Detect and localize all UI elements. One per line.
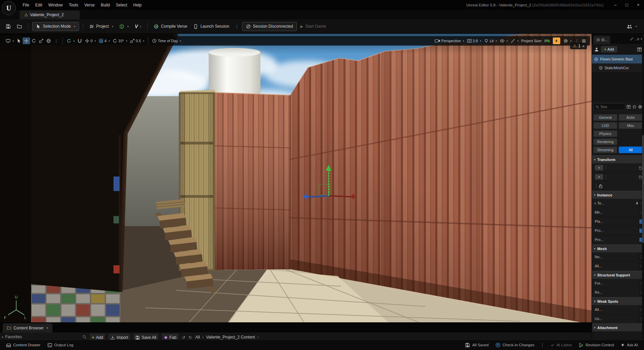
- session-options-menu[interactable]: ⋮: [233, 24, 241, 29]
- outliner-settings-icon[interactable]: [637, 47, 642, 52]
- close-button[interactable]: ×: [633, 0, 644, 10]
- scale-snap-dropdown[interactable]: 0.5▾: [129, 37, 146, 44]
- cb-save-all-button[interactable]: Save All: [133, 333, 158, 340]
- outliner-add-button[interactable]: +Add: [601, 46, 617, 52]
- project-size-indicator[interactable]: Project Size:0%: [520, 38, 551, 44]
- checkin-changes-button[interactable]: Check-in Changes: [493, 341, 537, 349]
- history-forward-icon[interactable]: ↻: [189, 333, 192, 340]
- viewport-warning-badge[interactable]: ⚠ 1 ◀: [570, 43, 587, 49]
- verse-button[interactable]: V⟩: [132, 22, 144, 31]
- browse-content-button[interactable]: [15, 22, 24, 31]
- location-dropdown[interactable]: ▾: [595, 165, 603, 171]
- transform-tools-menu[interactable]: ⋮: [52, 38, 60, 44]
- favorites-star-icon[interactable]: [632, 105, 637, 109]
- favorites-tree-item[interactable]: ▸ Favorites: [2, 333, 86, 339]
- select-tool-button[interactable]: [15, 37, 23, 44]
- rotation-field[interactable]: [604, 174, 608, 180]
- scale-field[interactable]: [595, 183, 598, 189]
- tab-valiente-project-2[interactable]: ⚠ Valiente_Project_2: [20, 10, 80, 19]
- ask-ai-button[interactable]: Ask AI: [618, 342, 641, 348]
- section-instance[interactable]: ▾Instance: [592, 191, 644, 199]
- source-control-menu[interactable]: ⋮: [539, 343, 546, 348]
- section-structural-support[interactable]: ▾Structural Support: [592, 271, 644, 279]
- filter-actor[interactable]: Actor: [619, 114, 643, 121]
- filter-all[interactable]: All: [619, 146, 643, 153]
- location-field[interactable]: [604, 165, 608, 171]
- revision-control-button[interactable]: Revision Control: [576, 341, 617, 349]
- scrollbar-thumb[interactable]: [642, 135, 644, 243]
- rotation-snap-dropdown[interactable]: 10°▾: [111, 37, 129, 44]
- outliner-item-floors-generic[interactable]: Floors Generic Basi: [592, 55, 644, 63]
- breadcrumb-root[interactable]: All: [196, 335, 200, 340]
- world-space-toggle[interactable]: [45, 37, 52, 44]
- details-search-box[interactable]: [594, 103, 625, 110]
- minimize-button[interactable]: –: [610, 0, 621, 10]
- view-mode-dropdown[interactable]: Lit▾: [483, 37, 498, 44]
- close-tab-icon[interactable]: ×: [46, 326, 48, 330]
- actor-filter-icon[interactable]: [594, 47, 599, 52]
- save-button[interactable]: [3, 22, 13, 31]
- section-transform[interactable]: ▾Transform: [592, 155, 644, 163]
- transform-space-dropdown[interactable]: ▾: [65, 37, 76, 44]
- history-back-icon[interactable]: ↺: [182, 333, 185, 340]
- menu-select[interactable]: Select: [113, 0, 130, 10]
- filter-general[interactable]: General: [593, 114, 617, 121]
- location-snap-dropdown[interactable]: 0▾: [83, 37, 97, 44]
- panel-scrollbar[interactable]: [642, 34, 644, 340]
- menu-file[interactable]: File: [20, 0, 32, 10]
- cb-import-button[interactable]: Import: [108, 333, 130, 340]
- level-viewport[interactable]: U F L ▾ ⋮ ▾ 0▾ 4▾ 10°▾ 0.5▾ Time of Day▾: [0, 34, 592, 322]
- session-status-indicator[interactable]: Session Disconnected: [242, 22, 297, 31]
- content-drawer-button[interactable]: Content Drawer: [3, 341, 43, 349]
- move-tool-button[interactable]: [23, 37, 30, 44]
- cb-add-button[interactable]: +Add: [90, 333, 105, 340]
- display-options-icon[interactable]: [626, 105, 631, 109]
- maximize-button[interactable]: □: [621, 0, 633, 10]
- menu-window[interactable]: Window: [45, 0, 66, 10]
- breadcrumb-folder[interactable]: Valiente_Project_2 Content: [206, 335, 255, 340]
- details-tab-icon[interactable]: [630, 37, 634, 41]
- details-tab-label[interactable]: ..s: [635, 37, 639, 41]
- menu-help[interactable]: Help: [130, 0, 145, 10]
- section-attachment[interactable]: ▾Attachment: [592, 323, 644, 331]
- start-game-button[interactable]: ▶ Start Game: [298, 22, 329, 30]
- filter-streaming[interactable]: Streaming: [593, 146, 617, 153]
- lock-icon[interactable]: [599, 184, 602, 188]
- selection-mode-dropdown[interactable]: Selection Mode ▾: [32, 22, 79, 31]
- show-flags-dropdown[interactable]: ▾: [498, 37, 509, 44]
- camera-mode-dropdown[interactable]: Perspective▾: [433, 37, 466, 44]
- viewport-options-dropdown[interactable]: ▾: [4, 37, 15, 44]
- time-of-day-dropdown[interactable]: Time of Day▾: [151, 37, 182, 44]
- scale-tool-button[interactable]: [37, 37, 45, 44]
- expand-arrow-icon[interactable]: ▸: [595, 201, 596, 205]
- quick-add-dropdown[interactable]: ▾: [117, 22, 131, 31]
- search-icon[interactable]: [82, 335, 86, 339]
- grid-snap-dropdown[interactable]: 4▾: [97, 37, 111, 44]
- menu-verse[interactable]: Verse: [81, 0, 98, 10]
- surface-snap-button[interactable]: [76, 37, 83, 44]
- filter-physics[interactable]: Physics: [593, 130, 617, 137]
- section-weak-spots[interactable]: ▾Weak Spots: [592, 297, 644, 305]
- section-mesh[interactable]: ▾Mesh: [592, 244, 644, 252]
- project-dropdown[interactable]: Project ▾: [87, 22, 115, 31]
- cb-fab-button[interactable]: Fab: [162, 333, 179, 340]
- menu-tools[interactable]: Tools: [66, 0, 81, 10]
- unreal-logo[interactable]: U: [2, 1, 16, 15]
- tab-outliner[interactable]: O...: [593, 36, 610, 44]
- launch-session-button[interactable]: Launch Session: [191, 22, 231, 31]
- multiplayer-collab-dropdown[interactable]: ▾: [624, 22, 639, 31]
- compile-verse-button[interactable]: Compile Verse: [151, 22, 189, 31]
- filter-misc[interactable]: Misc: [619, 122, 643, 129]
- rotation-dropdown[interactable]: ▾: [595, 174, 603, 180]
- filter-rendering[interactable]: Rendering: [593, 138, 617, 145]
- rotate-tool-button[interactable]: [30, 37, 37, 44]
- screen-percentage-dropdown[interactable]: 3.8▾: [466, 37, 483, 44]
- details-search-input[interactable]: [600, 105, 623, 109]
- tab-content-browser[interactable]: Content Browser ×: [3, 323, 52, 332]
- menu-edit[interactable]: Edit: [32, 0, 45, 10]
- all-saved-indicator[interactable]: All Saved: [462, 341, 491, 349]
- outliner-item-staticmesh[interactable]: StaticMeshCor: [592, 63, 644, 72]
- output-log-button[interactable]: Output Log: [45, 341, 76, 349]
- memory-boost-button[interactable]: [553, 37, 560, 44]
- preview-effects-dropdown[interactable]: ▾: [509, 37, 520, 44]
